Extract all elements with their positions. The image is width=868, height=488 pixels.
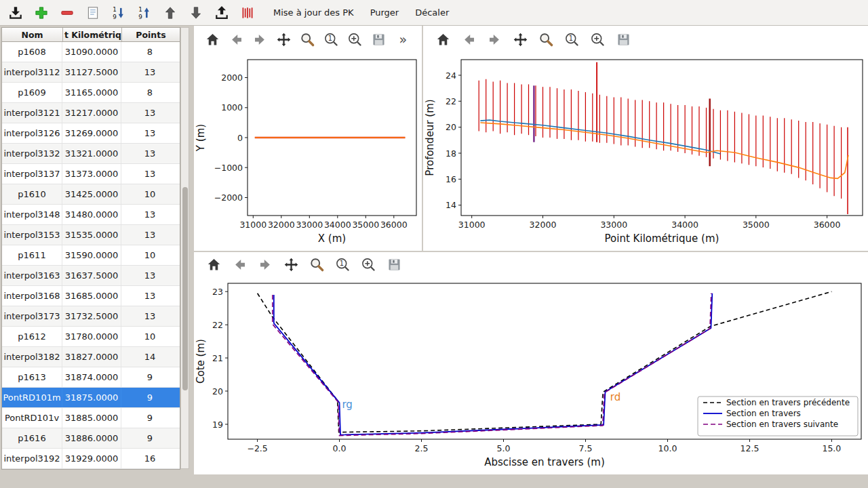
table-row[interactable]: interpol316331637.500013 [2,266,180,286]
row-pk-cell: 31217.0000 [62,103,121,123]
row-points-cell: 13 [121,144,178,163]
table-row[interactable]: p160931165.00008 [2,83,180,103]
pan-button[interactable] [276,30,292,48]
row-pk-cell: 31480.0000 [62,205,121,224]
row-points-cell: 9 [121,388,178,407]
home-button[interactable] [205,30,220,48]
zoom-button[interactable] [537,30,555,48]
toolbar-action-d-caler[interactable]: Décaler [409,4,455,21]
svg-text:33000: 33000 [296,220,323,230]
sort-descending-button[interactable]: 19 [136,4,153,22]
zoom-button[interactable] [308,256,326,273]
edit-button[interactable] [84,4,102,22]
row-points-cell: 9 [121,367,178,387]
svg-text:21: 21 [212,353,223,363]
sections-button[interactable] [239,4,256,22]
svg-text:34000: 34000 [324,220,351,230]
home-button[interactable] [434,30,452,48]
table-row[interactable]: interpol317331732.500013 [2,306,180,327]
svg-text:−2000: −2000 [214,192,243,203]
zoom-plus-button[interactable] [589,30,606,48]
sort-ascending-button[interactable]: 19 [110,4,127,22]
profile-chart-canvas[interactable]: 3100032000330003400035000360001416182022… [423,53,868,251]
table-row[interactable]: PontRD101m31875.00009 [2,388,180,408]
toolbar-action-purger[interactable]: Purger [364,4,406,21]
save-icon [616,32,631,47]
save-button[interactable] [371,30,387,48]
column-header-nom[interactable]: Nom [2,28,63,41]
table-row[interactable]: interpol314831480.000013 [2,205,180,225]
edit-icon [85,5,100,20]
toolbar-overflow-button[interactable]: » [395,32,411,47]
profile-plot-toolbar: 1 [423,26,868,53]
forward-button[interactable] [252,30,268,48]
svg-text:1: 1 [113,6,117,13]
table-row[interactable]: PontRD101v31885.00009 [2,408,180,428]
zoom-button[interactable] [300,30,315,48]
back-icon [461,32,477,47]
import-button[interactable] [7,4,24,22]
svg-text:20: 20 [212,386,223,396]
zoom-one-button[interactable]: 1 [334,256,351,273]
svg-text:18: 18 [446,148,456,159]
profile-panel: 1 31000320003300034000350003600014161820… [423,26,868,251]
table-row[interactable]: interpol313731373.000013 [2,164,180,184]
zoom-plus-button[interactable] [359,256,377,273]
add-button[interactable] [33,4,50,22]
row-points-cell: 10 [121,327,178,346]
zoom-plus-button[interactable] [347,30,363,48]
back-button[interactable] [460,30,477,48]
toolbar-action-mise-jour-des-pk[interactable]: Mise à jour des PK [267,4,360,21]
svg-text:35000: 35000 [352,220,379,230]
back-button[interactable] [231,256,248,273]
home-button[interactable] [205,256,222,273]
table-row[interactable]: interpol312131217.000013 [2,103,180,123]
export-button[interactable] [213,4,231,22]
move-up-button[interactable] [161,4,179,22]
svg-text:19: 19 [212,420,223,430]
save-button[interactable] [614,30,632,48]
add-icon [34,5,49,20]
cross-section-chart-canvas[interactable]: −2.50.02.55.07.510.012.515.01920212223rg… [194,277,868,474]
table-row[interactable]: interpol312631269.000013 [2,123,180,144]
svg-text:12.5: 12.5 [741,443,760,453]
table-row[interactable]: interpol319231929.000016 [2,449,180,469]
table-row[interactable]: p161031425.000010 [2,184,180,205]
table-row[interactable]: interpol318231827.000014 [2,347,180,367]
svg-text:9: 9 [138,13,142,20]
remove-button[interactable] [58,4,76,22]
svg-text:2.5: 2.5 [415,443,429,453]
zoom-one-button[interactable]: 1 [563,30,580,48]
sections-table-panel: Nom t Kilométriqu Points p160831090.0000… [1,27,189,469]
zoom-one-button[interactable]: 1 [323,30,339,48]
row-name-cell: p1609 [2,83,62,102]
table-scrollbar-thumb[interactable] [182,187,188,390]
column-header-points[interactable]: Points [122,28,180,41]
save-icon [387,257,402,272]
row-name-cell: interpol3168 [2,286,62,306]
svg-text:1: 1 [138,6,142,13]
svg-text:36000: 36000 [380,220,408,230]
save-button[interactable] [385,256,403,273]
home-icon [206,257,222,272]
column-header-pk[interactable]: t Kilométriqu [63,28,122,41]
table-row[interactable]: p161131590.000010 [2,245,180,266]
table-scrollbar[interactable] [180,27,189,469]
forward-button[interactable] [486,30,503,48]
table-row[interactable]: p161331874.00009 [2,367,180,388]
forward-button[interactable] [256,256,274,273]
plan-chart-canvas[interactable]: 310003200033000340003500036000−2000−1000… [194,53,422,251]
table-row[interactable]: interpol315331535.000013 [2,225,180,245]
pan-button[interactable] [282,256,300,273]
table-row[interactable]: p161631886.00009 [2,428,180,449]
remove-icon [60,5,75,20]
table-row[interactable]: interpol311231127.500013 [2,62,180,83]
row-name-cell: interpol3182 [2,347,62,367]
table-row[interactable]: interpol313231321.000013 [2,144,180,164]
move-down-button[interactable] [187,4,205,22]
table-row[interactable]: interpol316831685.000013 [2,286,180,306]
table-row[interactable]: p161231780.000010 [2,327,180,347]
table-row[interactable]: p160831090.00008 [2,42,180,62]
back-button[interactable] [229,30,244,48]
pan-button[interactable] [511,30,529,48]
